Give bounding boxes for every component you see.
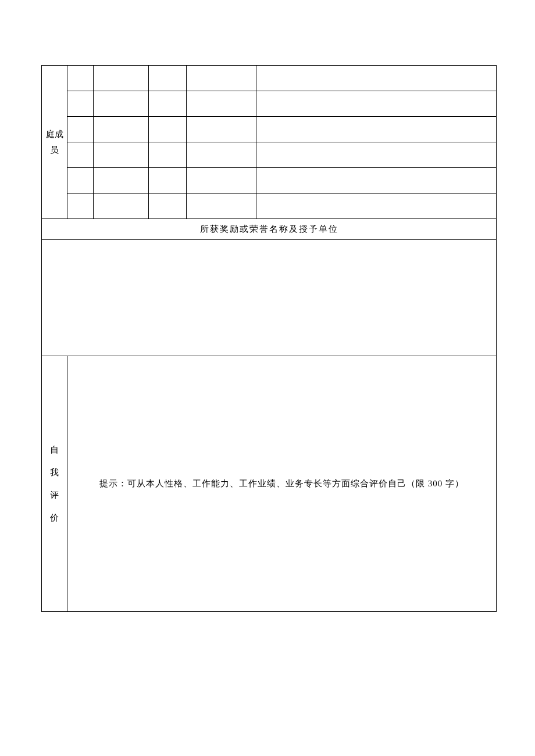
form-table: 庭成 员 (41, 65, 497, 612)
family-cell (149, 168, 187, 194)
family-members-label: 庭成 员 (42, 66, 67, 219)
family-member-row (42, 91, 497, 117)
family-cell (256, 194, 497, 219)
family-cell (149, 66, 187, 91)
family-cell (149, 142, 187, 168)
self-eval-char: 我 (50, 461, 59, 484)
family-cell (256, 66, 497, 91)
family-member-row (42, 168, 497, 194)
family-cell (67, 66, 94, 91)
self-eval-char: 评 (50, 484, 59, 507)
family-cell (187, 168, 256, 194)
family-cell (149, 117, 187, 142)
awards-header: 所获奖励或荣誉名称及授予单位 (42, 219, 497, 240)
self-eval-char: 自 (50, 439, 59, 461)
family-label-line2: 员 (50, 142, 59, 158)
family-member-row (42, 142, 497, 168)
family-cell (187, 194, 256, 219)
family-cell (94, 194, 149, 219)
family-cell (187, 142, 256, 168)
family-cell (256, 117, 497, 142)
family-member-row (42, 194, 497, 219)
family-member-row: 庭成 员 (42, 66, 497, 91)
family-cell (67, 91, 94, 117)
family-label-line1: 庭成 (46, 127, 63, 142)
family-cell (187, 66, 256, 91)
family-cell (149, 91, 187, 117)
family-cell (187, 91, 256, 117)
family-cell (67, 117, 94, 142)
family-cell (94, 117, 149, 142)
family-cell (67, 168, 94, 194)
self-evaluation-label: 自 我 评 价 (42, 356, 67, 612)
family-cell (67, 194, 94, 219)
self-evaluation-row: 自 我 评 价 提示：可从本人性格、工作能力、工作业绩、业务专长等方面综合评价自… (42, 356, 497, 612)
self-evaluation-hint: 提示：可从本人性格、工作能力、工作业绩、业务专长等方面综合评价自己（限 300 … (67, 356, 497, 612)
family-cell (187, 117, 256, 142)
family-cell (67, 142, 94, 168)
awards-header-row: 所获奖励或荣誉名称及授予单位 (42, 219, 497, 240)
family-cell (256, 142, 497, 168)
family-cell (94, 91, 149, 117)
family-cell (94, 142, 149, 168)
family-cell (94, 66, 149, 91)
self-eval-char: 价 (50, 507, 59, 529)
family-cell (149, 194, 187, 219)
awards-content (42, 240, 497, 356)
awards-body-row (42, 240, 497, 356)
family-cell (256, 168, 497, 194)
family-cell (94, 168, 149, 194)
family-cell (256, 91, 497, 117)
family-member-row (42, 117, 497, 142)
